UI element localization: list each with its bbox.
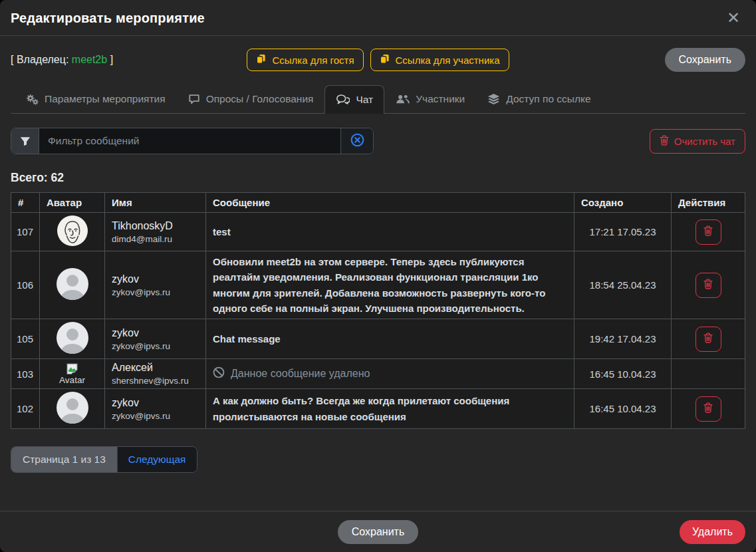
sender-email: shershnev@ipvs.ru (112, 376, 199, 386)
clear-filter-button[interactable] (340, 128, 373, 154)
save-button-bottom[interactable]: Сохранить (338, 520, 419, 544)
chat-messages-table: # Аватар Имя Сообщение Создано Действия … (11, 192, 745, 429)
tab-chat[interactable]: Чат (324, 85, 384, 114)
users-icon (396, 94, 410, 104)
delete-message-button[interactable] (695, 219, 721, 245)
owner-suffix: ] (110, 54, 113, 65)
message-id: 103 (11, 359, 40, 389)
prohibited-icon (213, 366, 225, 381)
participant-link-button[interactable]: Ссылка для участника (370, 49, 509, 71)
trash-icon (703, 402, 713, 415)
trash-icon (703, 279, 713, 291)
total-count-label: Всего: 62 (11, 171, 745, 185)
table-row: 103 Avatar Алексей shershnev@ipvs.ru (11, 359, 745, 389)
trash-icon (703, 333, 713, 345)
message-text: test (213, 224, 567, 239)
table-row: 106 zykov zykov@ipvs.ru Обновили meet2b … (11, 251, 745, 319)
sender-name: zykov (112, 397, 199, 409)
clear-chat-label: Очистить чат (674, 136, 735, 147)
next-page-button[interactable]: Следующая (117, 447, 197, 472)
avatar (57, 215, 88, 246)
link-buttons-group: Ссылка для гостя Ссылка для участника (247, 49, 509, 71)
sender-email: zykov@ipvs.ru (112, 287, 199, 297)
speech-bubble-icon (188, 94, 200, 105)
sender-name: zykov (112, 327, 199, 339)
created-at: 19:42 17.04.23 (574, 319, 672, 359)
message-text: Обновили meet2b на этом сервере. Теперь … (213, 254, 567, 316)
tab-participants[interactable]: Участники (384, 85, 476, 113)
table-row: 105 zykov zykov@ipvs.ru Chat message 19:… (11, 319, 745, 359)
clear-chat-button[interactable]: Очистить чат (650, 129, 745, 154)
owner-label: [ Владелец: meet2b ] (11, 54, 247, 66)
message-id: 107 (11, 213, 40, 251)
pagination: Страница 1 из 13 Следующая (11, 446, 197, 473)
modal-footer: Сохранить Удалить (0, 511, 756, 552)
clear-circle-x-icon (350, 133, 364, 149)
trash-icon (703, 225, 713, 238)
tab-polls[interactable]: Опросы / Голосования (177, 85, 325, 113)
delete-message-button[interactable] (695, 273, 721, 298)
delete-event-button[interactable]: Удалить (680, 520, 745, 544)
avatar-default (57, 268, 88, 300)
modal-body: [ Владелец: meet2b ] Ссылка для гостя Сс… (0, 36, 756, 511)
col-header-actions: Действия (672, 193, 745, 213)
owner-prefix: [ Владелец: (11, 54, 68, 65)
save-button-top[interactable]: Сохранить (665, 48, 746, 72)
tab-label: Доступ по ссылке (506, 93, 590, 105)
trash-icon (660, 135, 669, 148)
tab-event-params[interactable]: Параметры мероприятия (15, 85, 177, 113)
message-text: А как должно быть? Всегда же когда приле… (213, 393, 567, 424)
col-header-name: Имя (105, 193, 206, 213)
avatar-default (57, 392, 88, 424)
message-id: 102 (11, 389, 40, 429)
modal-header: Редактировать мероприятие ✕ (0, 0, 756, 36)
table-header-row: # Аватар Имя Сообщение Создано Действия (11, 193, 745, 213)
participant-link-label: Ссылка для участника (396, 55, 500, 66)
tab-label: Участники (416, 93, 465, 105)
tab-link-access[interactable]: Доступ по ссылке (476, 85, 602, 113)
deleted-message: Данное сообщение удалено (213, 366, 567, 381)
sender-email: zykov@ipvs.ru (112, 411, 199, 421)
actions-empty-cell (672, 359, 745, 389)
col-header-avatar: Аватар (40, 193, 105, 213)
edit-event-modal: Редактировать мероприятие ✕ [ Владелец: … (0, 0, 756, 552)
owner-bar: [ Владелец: meet2b ] Ссылка для гостя Сс… (11, 48, 745, 72)
col-header-id: # (11, 193, 40, 213)
created-at: 16:45 10.04.23 (574, 359, 672, 389)
created-at: 16:45 10.04.23 (574, 389, 672, 429)
message-filter-group (11, 128, 374, 154)
delete-message-button[interactable] (695, 396, 721, 422)
close-icon[interactable]: ✕ (727, 10, 740, 26)
guest-link-button[interactable]: Ссылка для гостя (247, 49, 363, 71)
gears-icon (26, 94, 39, 105)
message-text: Данное сообщение удалено (231, 368, 370, 380)
delete-message-button[interactable] (695, 327, 721, 352)
avatar-alt-text: Avatar (59, 375, 85, 385)
tab-label: Опросы / Голосования (206, 93, 314, 105)
message-text: Chat message (213, 331, 567, 346)
tab-label: Параметры мероприятия (45, 93, 166, 105)
filter-row: Очистить чат (11, 128, 745, 154)
page-title: Редактировать мероприятие (11, 11, 205, 26)
col-header-message: Сообщение (206, 193, 574, 213)
copy-icon (380, 54, 390, 66)
page-info-label: Страница 1 из 13 (11, 447, 117, 472)
message-id: 106 (11, 251, 40, 319)
header-save-wrap: Сохранить (509, 48, 745, 72)
message-id: 105 (11, 319, 40, 359)
table-row: 107 (11, 213, 745, 251)
sender-name: TikhonoskyD (112, 220, 199, 232)
copy-icon (256, 54, 266, 66)
broken-image-icon: Avatar (55, 362, 90, 385)
sender-email: dimd4@mail.ru (112, 234, 199, 244)
sender-name: Алексей (112, 362, 199, 374)
tab-bar: Параметры мероприятия Опросы / Голосован… (11, 85, 745, 114)
table-row: 102 zykov zykov@ipvs.ru А как должно быт… (11, 389, 745, 429)
owner-name: meet2b (72, 54, 107, 65)
created-at: 17:21 17.05.23 (574, 213, 672, 251)
message-filter-input[interactable] (39, 128, 340, 154)
layers-icon (487, 93, 500, 105)
sender-name: zykov (112, 273, 199, 285)
tab-label: Чат (356, 94, 373, 106)
chat-bubbles-icon (336, 94, 350, 105)
